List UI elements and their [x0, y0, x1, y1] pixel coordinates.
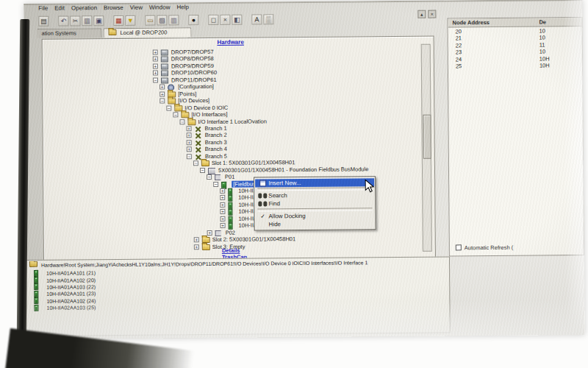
- tree-expander-collapsed[interactable]: +: [187, 133, 192, 138]
- tree-expander-expanded[interactable]: −: [193, 160, 198, 166]
- tree-expander-collapsed[interactable]: +: [220, 195, 225, 200]
- fieldbus-device-item[interactable]: 10H-IIA01AA102 (20): [34, 277, 96, 284]
- paste-icon[interactable]: ▣: [93, 15, 104, 26]
- color-palette-icon[interactable]: ▦: [113, 15, 123, 25]
- pane-close-button[interactable]: ×: [428, 10, 436, 18]
- folder-icon: [109, 29, 118, 37]
- select-region-icon[interactable]: ◻: [208, 14, 218, 24]
- undo-icon[interactable]: ↶: [58, 15, 68, 26]
- tree-item-branch-3[interactable]: Branch 3: [205, 139, 227, 146]
- menu-item-label: Insert New...: [268, 180, 301, 186]
- tree-item-points[interactable]: [Points]: [178, 91, 196, 98]
- menu-file[interactable]: File: [38, 5, 48, 12]
- tree-expander-expanded[interactable]: −: [179, 119, 184, 124]
- tree-item-i-o-devices[interactable]: [I/O Devices]: [178, 97, 209, 105]
- stamp-icon[interactable]: ▒: [263, 14, 273, 24]
- tree-item-drop10-drop60[interactable]: DROP10/DROP60: [171, 69, 217, 77]
- fieldbus-device-label: 10H-IIA01AA102 (20): [46, 277, 96, 283]
- menu-window[interactable]: Window: [149, 4, 171, 10]
- open-folder-icon[interactable]: ▭: [145, 15, 155, 25]
- node-address-row[interactable]: 2510H: [448, 62, 582, 70]
- copy-icon[interactable]: ▥: [82, 15, 92, 26]
- filter-funnel-icon[interactable]: ▼: [125, 15, 135, 25]
- scrollbar-thumb[interactable]: [423, 115, 431, 159]
- import-icon[interactable]: ▧: [157, 15, 167, 25]
- tree-expander-collapsed[interactable]: +: [207, 230, 212, 236]
- fieldbus-device-item[interactable]: 10H-IIA02AA102 (24): [34, 297, 96, 305]
- tree-expander-collapsed[interactable]: +: [220, 209, 225, 214]
- tree-expander-expanded[interactable]: −: [187, 154, 192, 159]
- menu-item-insert-new[interactable]: Insert New...: [255, 178, 374, 187]
- tree-item-branch-4[interactable]: Branch 4: [205, 146, 227, 153]
- tree-expander-collapsed[interactable]: +: [220, 188, 225, 194]
- tree-item-configuration[interactable]: [Configuration]: [178, 83, 214, 91]
- tree-expander-collapsed[interactable]: +: [187, 126, 192, 131]
- tree-expander-expanded[interactable]: −: [166, 105, 171, 110]
- device-cell: 11: [539, 41, 545, 48]
- font-bold-icon[interactable]: A: [251, 14, 262, 24]
- copy-page-icon[interactable]: ▥: [168, 15, 179, 25]
- tree-expander-collapsed[interactable]: +: [153, 50, 158, 55]
- tree-expander-collapsed[interactable]: +: [159, 85, 165, 90]
- tree-expander-expanded[interactable]: −: [213, 181, 218, 186]
- device-cell: 10H: [539, 62, 550, 68]
- tree-item-branch-5[interactable]: Branch 5: [205, 153, 227, 160]
- tab-local-drop200[interactable]: Local @ DROP200: [103, 27, 191, 38]
- tree-scrollbar[interactable]: [421, 44, 432, 252]
- fieldbus-device-item[interactable]: 10H-IIA02AA103 (25): [34, 304, 96, 311]
- insert-new-icon: [259, 180, 266, 186]
- delete-icon[interactable]: ×: [220, 14, 230, 24]
- tree-item-i-o-device-0-ioic[interactable]: I/O Device 0 IOIC: [184, 104, 228, 111]
- tab-local-drop200-label: Local @ DROP200: [120, 28, 167, 38]
- tree-item-drop7-drop57[interactable]: DROP7/DROP57: [171, 49, 214, 56]
- tree-expander-expanded[interactable]: −: [159, 99, 165, 104]
- menu-view[interactable]: View: [130, 4, 143, 11]
- folder-icon: [202, 244, 210, 250]
- tree-expander-collapsed[interactable]: +: [153, 71, 158, 76]
- tree-expander-collapsed[interactable]: +: [187, 146, 192, 152]
- tree-expander-expanded[interactable]: −: [153, 77, 158, 82]
- tree-expander-collapsed[interactable]: +: [153, 57, 158, 62]
- insertion-root-item[interactable]: Hardware!Root System;JiangYiAchecksHL1Y1…: [29, 258, 445, 268]
- checkmark-icon: ✓: [257, 213, 268, 219]
- tree-expander-collapsed[interactable]: +: [220, 216, 225, 222]
- tree-expander-collapsed[interactable]: +: [220, 223, 226, 228]
- properties-icon[interactable]: ◧: [232, 14, 242, 24]
- menu-help[interactable]: Help: [176, 4, 189, 10]
- tree-expander-collapsed[interactable]: +: [194, 244, 199, 250]
- pane-up-button[interactable]: ▴: [417, 10, 426, 18]
- menu-browse[interactable]: Browse: [104, 4, 123, 11]
- details-link[interactable]: Details: [222, 247, 240, 254]
- menu-item-find[interactable]: Find: [255, 199, 374, 208]
- camera-icon[interactable]: ●: [188, 15, 198, 25]
- node-address-cell: 25: [456, 63, 462, 69]
- tree-item-drop8-drop58[interactable]: DROP8/DROP58: [171, 55, 214, 63]
- tree-expander-expanded[interactable]: −: [207, 174, 212, 180]
- node-address-cell: 24: [456, 56, 462, 63]
- tree-item-p01[interactable]: P01: [225, 174, 234, 181]
- menu-item-hide[interactable]: Hide: [256, 219, 375, 228]
- tree-expander-expanded[interactable]: −: [173, 112, 178, 117]
- cut-icon[interactable]: ✂: [70, 15, 80, 26]
- tree-item-branch-2[interactable]: Branch 2: [205, 132, 227, 139]
- device-cell: 10: [539, 27, 545, 34]
- menu-operation[interactable]: Operation: [71, 4, 97, 11]
- tree-item-drop11-drop61[interactable]: DROP11/DROP61: [171, 77, 217, 84]
- tree-expander-collapsed[interactable]: +: [187, 140, 192, 145]
- menu-edit[interactable]: Edit: [54, 5, 65, 12]
- tab-systems[interactable]: ation Systems: [37, 28, 101, 38]
- tree-expander-collapsed[interactable]: +: [159, 91, 165, 96]
- print-icon[interactable]: ▤: [38, 15, 49, 26]
- tree-expander-collapsed[interactable]: +: [153, 63, 158, 68]
- tree-item-drop9-drop59[interactable]: DROP9/DROP59: [171, 63, 214, 70]
- tree-item-i-o-interfaces[interactable]: [I/O Interfaces]: [191, 111, 227, 118]
- tree-item-p02[interactable]: P02: [226, 229, 235, 236]
- node-table-header: Node Address De: [448, 18, 581, 27]
- tree-expander-collapsed[interactable]: +: [220, 202, 225, 208]
- tree-item-branch-1[interactable]: Branch 1: [205, 125, 227, 132]
- menu-item-label: Allow Docking: [268, 213, 305, 219]
- tree-expander-collapsed[interactable]: +: [194, 237, 199, 242]
- auto-refresh-checkbox[interactable]: [456, 244, 462, 250]
- tree-expander-expanded[interactable]: −: [200, 168, 205, 173]
- drop-icon: [161, 57, 168, 63]
